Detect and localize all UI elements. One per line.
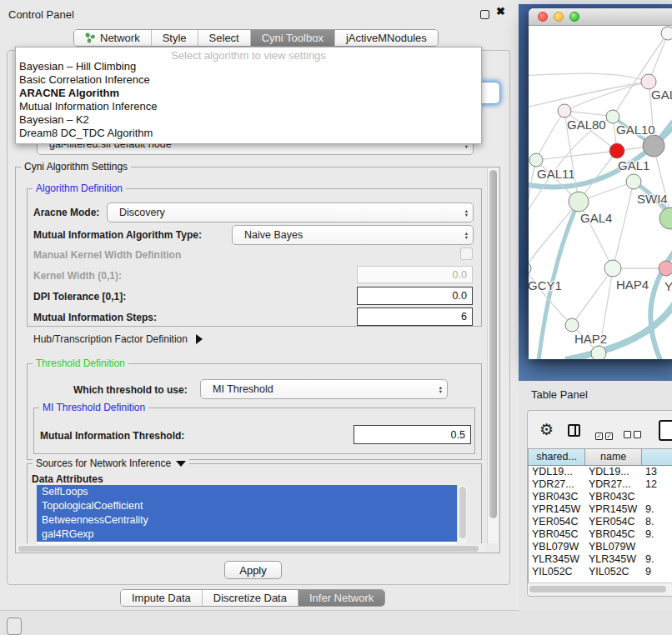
table-row[interactable]: YPR145WYPR145W9. <box>529 503 672 516</box>
network-canvas[interactable]: GALGAL80GAL10GAL1GAL11SWI4GAL4GCY1HAP4YH… <box>529 26 672 359</box>
table-row[interactable]: YBL079WYBL079W <box>529 541 672 553</box>
network-edge[interactable] <box>529 160 536 268</box>
mi-threshold-field[interactable]: 0.5 <box>354 425 471 444</box>
network-edge[interactable] <box>529 202 579 268</box>
network-window-titlebar[interactable] <box>529 8 672 26</box>
attribute-list-item[interactable]: SelfLoops <box>37 485 457 499</box>
table-row[interactable]: YBR043CYBR043C <box>529 491 672 503</box>
node-bottom[interactable] <box>591 346 606 359</box>
tab-select[interactable]: Select <box>198 30 251 46</box>
table-cell: YPR145W <box>529 503 585 516</box>
combo-arrows-icon: ▴▾ <box>465 208 468 217</box>
algorithm-option[interactable]: ARACNE Algorithm <box>16 87 481 100</box>
tab-label: jActiveMNodules <box>346 32 427 44</box>
network-edge[interactable] <box>529 82 649 109</box>
dpi-tolerance-field[interactable]: 0.0 <box>357 287 473 305</box>
float-panel-icon[interactable] <box>480 10 489 19</box>
hub-definition-expander[interactable]: Hub/Transcription Factor Definition <box>33 333 203 345</box>
mi-steps-value: 6 <box>461 311 467 322</box>
network-edge[interactable] <box>536 151 617 160</box>
scrollbar-thumb[interactable] <box>529 586 666 592</box>
mi-steps-field[interactable]: 6 <box>357 308 473 326</box>
table-cell: YBR043C <box>529 491 585 503</box>
scrollbar-thumb[interactable] <box>459 487 466 538</box>
table-row[interactable]: YDR27...YDR27...12 <box>529 478 672 491</box>
manual-kernel-checkbox[interactable] <box>460 248 473 260</box>
settings-horizontal-scrollbar[interactable] <box>17 544 485 552</box>
node-hap4[interactable] <box>604 260 621 277</box>
table-horizontal-scrollbar[interactable] <box>528 582 671 593</box>
attribute-list-item[interactable]: BetweennessCentrality <box>37 513 457 528</box>
algorithm-option[interactable]: Mutual Information Inference <box>16 100 481 113</box>
node-hap2[interactable] <box>565 318 579 332</box>
scrollbar-thumb[interactable] <box>489 170 497 518</box>
attribute-list-item[interactable]: gal4RGexp <box>37 528 457 542</box>
table-row[interactable]: YLR345WYLR345W9. <box>529 553 672 566</box>
node-gal11[interactable] <box>529 153 543 167</box>
attribute-list-item[interactable]: TopologicalCoefficient <box>37 499 457 513</box>
gear-icon[interactable]: ⚙ <box>539 420 554 439</box>
node-gal4[interactable] <box>569 192 589 212</box>
settings-vertical-scrollbar[interactable] <box>487 168 498 543</box>
docked-panel-icon[interactable] <box>7 618 22 635</box>
table-cell: 9. <box>642 503 672 516</box>
node-table[interactable]: shared... name YDL19...YDL19...13YDR27..… <box>528 448 672 582</box>
collapse-arrow-icon[interactable] <box>176 461 186 467</box>
table-row[interactable]: YDL19...YDL19...13 <box>529 466 672 478</box>
apply-button-label: Apply <box>239 564 267 577</box>
node-green-right[interactable] <box>659 208 672 229</box>
close-window-icon[interactable] <box>538 12 548 22</box>
scrollbar-thumb[interactable] <box>18 546 479 552</box>
node-swi4[interactable] <box>626 174 641 189</box>
algorithm-option[interactable]: Bayesian – K2 <box>16 113 481 127</box>
table-cell: YER054C <box>529 516 585 528</box>
minimize-window-icon[interactable] <box>554 12 564 22</box>
table-cell: YIL052C <box>529 566 585 578</box>
table-row[interactable]: YIL052CYIL052C9 <box>529 566 672 578</box>
node-top[interactable] <box>661 27 672 40</box>
data-attributes-list[interactable]: SelfLoopsTopologicalCoefficientBetweenne… <box>37 485 467 544</box>
network-edge[interactable] <box>529 73 649 82</box>
column-header-name[interactable]: name <box>585 449 642 465</box>
select-all-columns-icon[interactable]: ✓✓ <box>595 427 615 442</box>
network-graph[interactable]: GALGAL80GAL10GAL1GAL11SWI4GAL4GCY1HAP4YH… <box>529 26 672 359</box>
columns-icon[interactable] <box>568 424 580 437</box>
table-row[interactable]: YER054CYER054C8. <box>529 516 672 528</box>
zoom-window-icon[interactable] <box>569 12 579 22</box>
close-panel-icon[interactable]: ✖ <box>496 5 505 18</box>
tab-style[interactable]: Style <box>152 30 198 46</box>
network-edge[interactable] <box>613 182 634 268</box>
algorithm-option[interactable]: Basic Correlation Inference <box>16 73 481 87</box>
function-builder-icon[interactable] <box>659 420 672 441</box>
tab-impute-data[interactable]: Impute Data <box>121 590 203 606</box>
attributes-scrollbar[interactable] <box>457 485 467 544</box>
tab-infer-network[interactable]: Infer Network <box>298 590 384 606</box>
algorithm-option[interactable]: Bayesian – Hill Climbing <box>16 60 481 73</box>
table-cell: YBR043C <box>585 491 642 503</box>
table-cell: 12 <box>642 478 672 491</box>
table-row[interactable]: YBR045CYBR045C9. <box>529 528 672 541</box>
column-header-shared-name[interactable]: shared... <box>529 449 585 465</box>
network-edge[interactable] <box>536 111 564 160</box>
algorithm-option[interactable]: Dream8 DC_TDC Algorithm <box>16 127 481 140</box>
deselect-all-columns-icon[interactable] <box>624 427 644 442</box>
node-label: Y <box>664 279 672 293</box>
network-view-window[interactable]: GALGAL80GAL10GAL1GAL11SWI4GAL4GCY1HAP4YH… <box>529 8 672 359</box>
apply-button[interactable]: Apply <box>224 561 282 579</box>
aracne-mode-combobox[interactable]: Discovery ▴▾ <box>107 202 474 222</box>
tab-jactivemnodules[interactable]: jActiveMNodules <box>335 30 438 46</box>
node-gray[interactable] <box>643 135 664 157</box>
network-edge[interactable] <box>572 268 613 325</box>
column-header-partial[interactable] <box>642 449 672 465</box>
node-gal80[interactable] <box>558 104 571 118</box>
mi-type-combobox[interactable]: Naive Bayes ▴▾ <box>232 225 474 245</box>
which-threshold-combobox[interactable]: MI Threshold ▴▾ <box>200 379 448 399</box>
tab-cyni-toolbox[interactable]: Cyni Toolbox <box>251 30 335 46</box>
node-gal1[interactable] <box>609 143 624 158</box>
network-edge[interactable] <box>564 82 649 111</box>
tab-network[interactable]: Network <box>74 30 152 46</box>
node-gal10[interactable] <box>606 110 619 123</box>
node-gcy1[interactable] <box>529 262 531 275</box>
node-pink-right[interactable] <box>659 261 672 276</box>
tab-discretize-data[interactable]: Discretize Data <box>203 590 298 606</box>
